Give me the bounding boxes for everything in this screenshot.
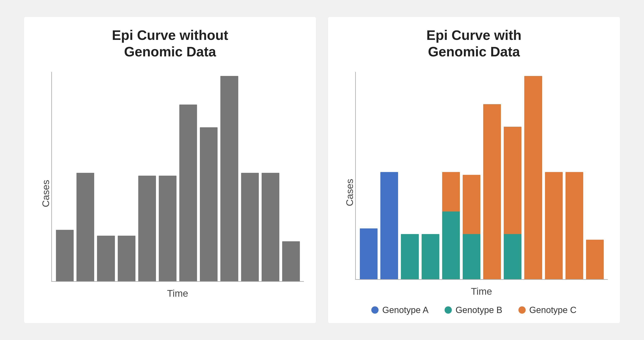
bar-segment-b xyxy=(442,211,460,279)
bar-segment-a xyxy=(360,228,378,279)
legend-item: Genotype C xyxy=(518,305,576,315)
left-bars-wrapper xyxy=(51,72,304,282)
bar xyxy=(282,241,300,281)
bar-group xyxy=(586,76,604,279)
legend-item: Genotype B xyxy=(444,305,502,315)
legend-label: Genotype B xyxy=(456,305,502,315)
bar xyxy=(138,176,156,281)
bar-group xyxy=(241,76,259,281)
bar-segment-b xyxy=(422,234,439,279)
bar-segment-b xyxy=(401,234,418,279)
bar-group xyxy=(138,76,156,281)
bar-group xyxy=(56,76,74,281)
bar-group xyxy=(220,76,238,281)
bar-group xyxy=(200,76,218,281)
left-chart-container: Epi Curve withoutGenomic Data Cases Time xyxy=(24,17,316,323)
bar-group xyxy=(524,76,542,279)
bar xyxy=(179,105,197,281)
left-chart-plot: Time xyxy=(51,72,304,299)
bar-segment-c xyxy=(442,172,460,211)
bar-group xyxy=(442,76,460,279)
legend-dot xyxy=(518,306,526,314)
bar xyxy=(159,176,176,281)
bar-group xyxy=(360,76,378,279)
bar-segment-c xyxy=(545,172,563,279)
left-y-axis-label: Cases xyxy=(36,72,51,299)
bar-segment-c xyxy=(504,127,522,234)
bar xyxy=(118,236,136,281)
bar-group xyxy=(483,76,501,279)
bar xyxy=(97,236,115,281)
bar xyxy=(220,76,238,281)
bar-group xyxy=(118,76,136,281)
bar-segment-c xyxy=(463,175,480,234)
bar-group xyxy=(262,76,279,281)
legend-label: Genotype A xyxy=(382,305,428,315)
bar-segment-b xyxy=(463,234,480,279)
bar xyxy=(56,230,74,281)
left-chart-area: Cases Time xyxy=(36,72,304,299)
bar xyxy=(262,173,279,281)
bar-group xyxy=(282,76,300,281)
bar xyxy=(76,173,94,281)
bar-segment-c xyxy=(483,104,501,279)
right-chart-plot: Time xyxy=(355,72,608,297)
bar-group xyxy=(566,76,583,279)
right-bars-wrapper xyxy=(355,72,608,280)
bar xyxy=(200,127,218,281)
legend-item: Genotype A xyxy=(371,305,428,315)
bar-group xyxy=(76,76,94,281)
bar-group xyxy=(401,76,418,279)
right-y-axis-label: Cases xyxy=(340,72,355,297)
right-x-axis-label: Time xyxy=(355,286,608,297)
bar xyxy=(241,173,259,281)
right-chart-container: Epi Curve withGenomic Data Cases Time Ge… xyxy=(328,17,620,323)
bar-group xyxy=(97,76,115,281)
right-chart-title: Epi Curve withGenomic Data xyxy=(426,27,522,60)
left-chart-title: Epi Curve withoutGenomic Data xyxy=(112,27,228,60)
legend-label: Genotype C xyxy=(529,305,576,315)
bar-segment-c xyxy=(586,240,604,279)
bar-group xyxy=(463,76,480,279)
bar-group xyxy=(179,76,197,281)
bar-segment-c xyxy=(524,76,542,279)
left-x-axis-label: Time xyxy=(51,288,304,299)
legend: Genotype AGenotype BGenotype C xyxy=(371,305,576,315)
bar-group xyxy=(159,76,176,281)
bar-group xyxy=(422,76,439,279)
legend-dot xyxy=(371,306,378,314)
bar-group xyxy=(504,76,522,279)
right-chart-area: Cases Time xyxy=(340,72,608,297)
bar-segment-a xyxy=(380,172,398,279)
legend-dot xyxy=(444,306,452,314)
bar-segment-c xyxy=(566,172,583,279)
bar-group xyxy=(380,76,398,279)
bar-segment-b xyxy=(504,234,522,279)
bar-group xyxy=(545,76,563,279)
